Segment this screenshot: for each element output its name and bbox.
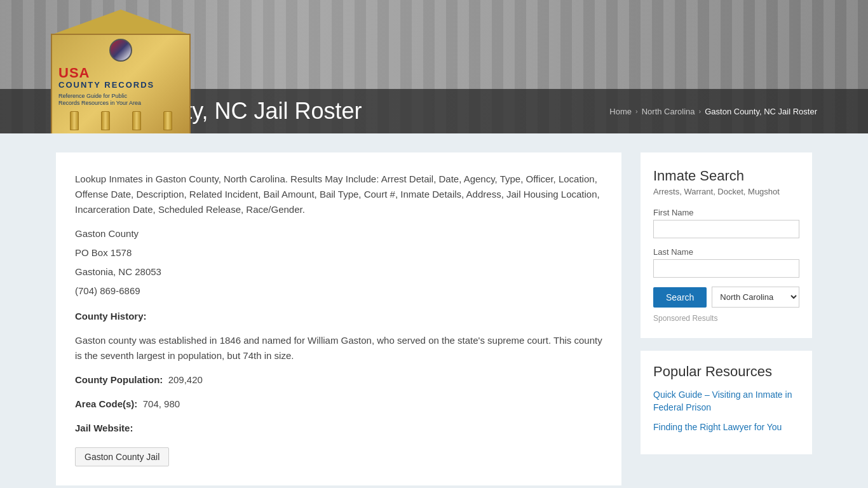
search-row: Search AlabamaAlaskaArizonaArkansasCalif… xyxy=(653,287,799,308)
first-name-label: First Name xyxy=(653,208,799,217)
jail-website-label: Jail Website: xyxy=(75,423,133,433)
sponsored-text: Sponsored Results xyxy=(653,314,799,323)
area-codes-label: Area Code(s): xyxy=(75,398,137,409)
description-text: Lookup Inmates in Gaston County, North C… xyxy=(75,172,602,217)
population-label: County Population: xyxy=(75,374,163,385)
last-name-label: Last Name xyxy=(653,247,799,257)
breadcrumb-current: Gaston County, NC Jail Roster xyxy=(705,107,817,116)
jail-website-line: Jail Website: xyxy=(75,421,602,436)
first-name-group: First Name xyxy=(653,208,799,238)
main-wrapper: Lookup Inmates in Gaston County, North C… xyxy=(43,133,825,488)
state-select[interactable]: AlabamaAlaskaArizonaArkansasCaliforniaCo… xyxy=(712,287,799,308)
search-button[interactable]: Search xyxy=(653,287,707,308)
logo-subtitle: Reference Guide for Public Records Resou… xyxy=(58,93,183,107)
first-name-input[interactable] xyxy=(653,220,799,238)
logo-inner: USA COUNTY RECORDS Reference Guide for P… xyxy=(51,34,191,133)
logo-usa-text: USA xyxy=(58,66,183,80)
inmate-search-title: Inmate Search xyxy=(653,168,799,184)
area-codes-line: Area Code(s): 704, 980 xyxy=(75,396,602,412)
logo-column-2 xyxy=(101,111,110,130)
population-value: 209,420 xyxy=(168,374,203,385)
inmate-search-box: Inmate Search Arrests, Warrant, Docket, … xyxy=(641,152,812,338)
site-header: USA COUNTY RECORDS Reference Guide for P… xyxy=(0,0,868,133)
population-line: County Population: 209,420 xyxy=(75,372,602,388)
resource-link-1[interactable]: Quick Guide – Visiting an Inmate in Fede… xyxy=(653,389,799,414)
popular-resources-title: Popular Resources xyxy=(653,363,799,380)
popular-resources: Popular Resources Quick Guide – Visiting… xyxy=(641,351,812,454)
address-block: Gaston County PO Box 1578 Gastonia, NC 2… xyxy=(75,226,602,299)
logo-column-4 xyxy=(163,111,172,130)
logo-flag-icon xyxy=(109,39,132,62)
content-area: Lookup Inmates in Gaston County, North C… xyxy=(56,152,621,485)
resource-link-2[interactable]: Finding the Right Lawyer for You xyxy=(653,421,799,434)
breadcrumb-sep-2: › xyxy=(699,107,702,115)
last-name-input[interactable] xyxy=(653,259,799,278)
county-history-text: Gaston county was established in 1846 an… xyxy=(75,333,602,363)
sidebar: Inmate Search Arrests, Warrant, Docket, … xyxy=(641,152,812,485)
logo-county-text: COUNTY RECORDS xyxy=(58,80,183,90)
breadcrumb-state[interactable]: North Carolina xyxy=(642,107,695,116)
inmate-search-subtitle: Arrests, Warrant, Docket, Mugshot xyxy=(653,187,799,196)
po-box: PO Box 1578 xyxy=(75,245,602,261)
breadcrumb-home[interactable]: Home xyxy=(609,107,632,116)
county-history-section: County History: xyxy=(75,309,602,324)
phone: (704) 869-6869 xyxy=(75,283,602,299)
breadcrumb-sep-1: › xyxy=(635,107,638,115)
logo-column-3 xyxy=(132,111,141,130)
county-name: Gaston County xyxy=(75,226,602,241)
last-name-group: Last Name xyxy=(653,247,799,278)
jail-website-button[interactable]: Gaston County Jail xyxy=(75,447,169,466)
logo-roof xyxy=(51,10,191,35)
logo-column-1 xyxy=(70,111,79,130)
county-history-label: County History: xyxy=(75,311,147,322)
city-state-zip: Gastonia, NC 28053 xyxy=(75,264,602,280)
logo-columns xyxy=(58,111,183,130)
breadcrumb: Home › North Carolina › Gaston County, N… xyxy=(609,107,817,116)
logo-container[interactable]: USA COUNTY RECORDS Reference Guide for P… xyxy=(51,10,191,133)
area-codes-value: 704, 980 xyxy=(143,398,180,409)
